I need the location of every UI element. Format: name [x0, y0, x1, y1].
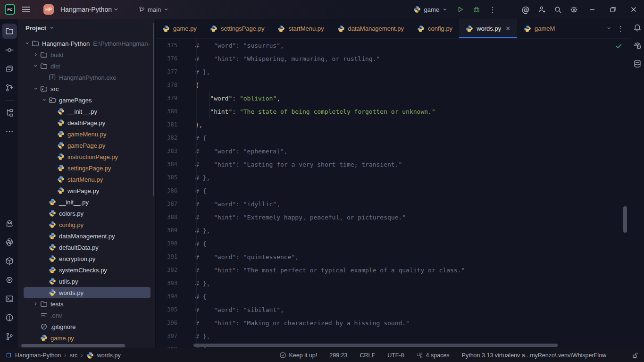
- editor-line-386[interactable]: 386# {: [156, 184, 630, 197]
- run-windows-tool-button[interactable]: [2, 61, 17, 76]
- caret-position[interactable]: 299:23: [329, 352, 347, 359]
- python-packages-tool-button[interactable]: [2, 253, 17, 269]
- tree-vertical-scrollbar[interactable]: [153, 23, 154, 196]
- tree-item-winPage.py[interactable]: winPage.py: [24, 185, 151, 196]
- structure-tool-button[interactable]: [2, 105, 17, 120]
- database-button[interactable]: [633, 59, 642, 68]
- git-tool-button[interactable]: [2, 329, 17, 344]
- editor-line-387[interactable]: 387# "word": "idyllic",: [156, 197, 630, 210]
- chevron-down-icon[interactable]: [24, 41, 31, 47]
- close-icon[interactable]: [623, 0, 644, 19]
- editor-line-381[interactable]: 381},: [156, 118, 630, 131]
- tab-dataManagement.py[interactable]: dataManagement.py: [331, 19, 411, 38]
- breadcrumb-item-src[interactable]: src: [70, 352, 78, 359]
- tab-game.py[interactable]: game.py: [156, 19, 203, 38]
- chevron-down-icon[interactable]: [32, 63, 40, 69]
- tree-item-build[interactable]: build: [24, 49, 151, 60]
- tree-item-dataManagement.py[interactable]: dataManagement.py: [24, 230, 151, 242]
- tab-words.py[interactable]: words.py✕: [459, 19, 517, 38]
- debug-button[interactable]: [468, 2, 485, 17]
- chevron-right-icon[interactable]: [32, 301, 40, 307]
- more-tool-windows-button[interactable]: [2, 124, 17, 139]
- chevron-down-icon[interactable]: [49, 25, 55, 31]
- tree-item-src[interactable]: src: [24, 83, 151, 94]
- tree-item-words.py[interactable]: words.py: [24, 287, 151, 298]
- minimize-button[interactable]: [582, 0, 602, 19]
- run-button[interactable]: [452, 2, 468, 17]
- editor-line-376[interactable]: 376# "hint": "Whispering, murmuring, or …: [156, 52, 630, 65]
- tree-item-settingsPage.py[interactable]: settingsPage.py: [24, 162, 151, 174]
- tree-item-gameMenu.py[interactable]: gameMenu.py: [24, 128, 151, 140]
- tree-item-gamePage.py[interactable]: gamePage.py: [24, 140, 151, 151]
- tab-settingsPage.py[interactable]: settingsPage.py: [203, 19, 271, 38]
- editor-line-393[interactable]: 393# },: [156, 277, 630, 290]
- editor-line-383[interactable]: 383# "word": "ephemeral",: [156, 144, 630, 158]
- tree-item-encryption.py[interactable]: encryption.py: [24, 253, 151, 264]
- assistant-octopus-tool-button[interactable]: [2, 216, 17, 231]
- line-separator[interactable]: CRLF: [360, 352, 376, 359]
- tree-item-defaultData.py[interactable]: defaultData.py: [24, 242, 151, 253]
- tree-item-gamePages[interactable]: gamePages: [24, 94, 151, 106]
- editor-line-377[interactable]: 377# },: [156, 65, 630, 78]
- pull-requests-tool-button[interactable]: [2, 80, 17, 95]
- tree-item-colors.py[interactable]: colors.py: [24, 208, 151, 219]
- editor-line-379[interactable]: 379 "word": "oblivion",: [156, 92, 630, 105]
- search-everywhere-button[interactable]: [550, 2, 566, 17]
- tree-horizontal-scrollbar[interactable]: [21, 344, 125, 347]
- tree-item-config.py[interactable]: config.py: [24, 219, 151, 230]
- tab-gameM[interactable]: gameM: [517, 19, 555, 38]
- problems-tool-button[interactable]: [2, 310, 17, 325]
- editor-line-391[interactable]: 391# "word": "quintessence",: [156, 250, 630, 263]
- close-tab-icon[interactable]: ✕: [505, 25, 510, 32]
- tree-item-__init__.py[interactable]: __init__.py: [24, 106, 151, 117]
- run-configuration-selector[interactable]: game: [413, 6, 448, 13]
- tree-item-instructionPage.py[interactable]: instructionPage.py: [24, 151, 151, 162]
- code-editor[interactable]: 375# "word": "susurrus",376# "hint": "Wh…: [156, 39, 630, 348]
- editor-line-395[interactable]: 395# "word": "sibilant",: [156, 303, 630, 316]
- tree-item-.env[interactable]: .env: [24, 310, 151, 321]
- motivation-widget[interactable]: Keep it up!: [279, 352, 318, 359]
- services-tool-button[interactable]: [2, 272, 17, 287]
- inspections-ok-icon[interactable]: [615, 42, 622, 50]
- chevron-down-icon[interactable]: [32, 86, 40, 92]
- notifications-button[interactable]: [633, 24, 642, 32]
- editor-line-396[interactable]: 396# "hint": "Making or characterized by…: [156, 316, 630, 329]
- tree-item-startMenu.py[interactable]: startMenu.py: [24, 174, 151, 185]
- project-tool-button[interactable]: [2, 24, 17, 39]
- code-with-me-button[interactable]: [534, 2, 550, 17]
- editor-line-375[interactable]: 375# "word": "susurrus",: [156, 39, 630, 52]
- tree-item-deathPage.py[interactable]: deathPage.py: [24, 117, 151, 128]
- breadcrumb-item-Hangman-Python[interactable]: Hangman-Python: [15, 352, 61, 359]
- python-console-tool-button[interactable]: [2, 235, 17, 250]
- editor-horizontal-scrollbar[interactable]: [193, 344, 558, 347]
- project-widget[interactable]: Hangman-Python: [57, 6, 119, 13]
- terminal-tool-button[interactable]: [2, 291, 17, 306]
- more-actions-button[interactable]: ⋮: [485, 2, 501, 17]
- main-menu-button[interactable]: [18, 2, 34, 17]
- tree-item-Hangman-Python[interactable]: Hangman-PythonE:\Python\Hangman-: [24, 38, 151, 49]
- editor-line-390[interactable]: 390# {: [156, 237, 630, 250]
- tree-item-tests[interactable]: tests: [24, 298, 151, 310]
- editor-line-388[interactable]: 388# "hint": "Extremely happy, peaceful,…: [156, 210, 630, 224]
- tree-item-game.py[interactable]: game.py: [24, 332, 151, 344]
- tab-config.py[interactable]: config.py: [410, 19, 459, 38]
- editor-vertical-scrollbar[interactable]: [623, 206, 627, 233]
- tab-startMenu.py[interactable]: startMenu.py: [271, 19, 330, 38]
- chevron-right-icon[interactable]: [32, 52, 40, 58]
- editor-line-397[interactable]: 397# },: [156, 329, 630, 343]
- commit-tool-button[interactable]: [2, 42, 17, 58]
- tab-options-button[interactable]: ⋮: [614, 25, 627, 33]
- editor-line-384[interactable]: 384# "hint": "Lasting for a very short t…: [156, 158, 630, 171]
- indent-setting[interactable]: 4 spaces: [417, 352, 450, 359]
- tree-item-HangmanPython.exe[interactable]: ?HangmanPython.exe: [24, 72, 151, 83]
- unlocked-icon[interactable]: [632, 352, 638, 359]
- editor-line-394[interactable]: 394# {: [156, 290, 630, 303]
- vcs-branch-widget[interactable]: main: [138, 6, 169, 13]
- editor-line-392[interactable]: 392# "hint": "The most perfect or typica…: [156, 263, 630, 277]
- tree-item-dist[interactable]: dist: [24, 60, 151, 72]
- editor-line-378[interactable]: 378{: [156, 78, 630, 92]
- editor-line-382[interactable]: 382# {: [156, 131, 630, 144]
- breadcrumb-item-words.py[interactable]: words.py: [97, 352, 121, 359]
- restore-button[interactable]: [602, 0, 623, 19]
- editor-line-389[interactable]: 389# },: [156, 224, 630, 237]
